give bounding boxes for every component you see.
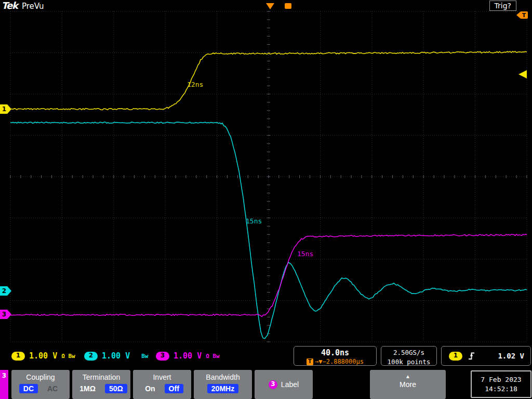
ch1-trigger-level-arrow[interactable] [518,70,527,78]
channel-3-menu-tab[interactable]: 3 [0,370,8,399]
invert-label: Invert [133,373,191,381]
termination-50ohm-option[interactable]: 50Ω [105,384,127,393]
coupling-dc-option[interactable]: DC [19,384,38,393]
tek-logo: Tek [2,0,18,11]
acquisition-mode: PreVu [22,2,44,11]
status-bar: 1 1.00 V Ω Bw 2 1.00 V Bw 3 1.00 V Ω Bw … [0,345,532,367]
date-time-box: 7 Feb 2023 14:52:18 [471,370,531,398]
ch1-readout[interactable]: 1 1.00 V Ω Bw [11,345,75,367]
label-button-text: Label [281,380,299,389]
ch2-badge: 2 [84,352,98,361]
bandwidth-20mhz-option[interactable]: 20MHz [207,384,238,393]
invert-on-option[interactable]: On [141,384,159,393]
trigger-level-value: 1.02 V [498,352,524,360]
soft-menu-bar: 3 Coupling DC AC Termination 1MΩ 50Ω Inv… [0,369,532,399]
termination-button[interactable]: Termination 1MΩ 50Ω [72,370,130,399]
trigger-readout[interactable]: 1 1.02 V [441,346,531,366]
date-value: 7 Feb 2023 [472,376,530,383]
ch1-scale: 1.00 V [29,351,57,361]
label-button[interactable]: 3 Label [255,370,313,399]
acquisition-readout: 2.50GS/s 100k points [381,346,437,366]
ch1-badge: 1 [11,352,25,361]
ch2-flags: Bw [141,353,148,360]
horizontal-readout[interactable]: 40.0ns T →▼−2.888000µs [294,346,377,366]
trigger-source-badge: 1 [449,352,462,361]
ch3-risetime-label: 15ns [297,250,313,258]
more-button-text: More [370,380,446,389]
rising-edge-slope-icon [468,351,475,361]
bandwidth-button[interactable]: Bandwidth 20MHz [194,370,252,399]
ch3-badge: 3 [156,352,169,361]
record-length: 100k points [381,357,436,367]
trigger-t-icon: T [307,358,313,365]
more-up-arrow-icon: ▲ [370,374,446,379]
ch2-scale: 1.00 V [102,351,130,361]
trigger-level-t-marker[interactable] [516,12,520,18]
time-value: 14:52:18 [472,385,530,393]
termination-label: Termination [72,373,130,381]
termination-1mohm-option[interactable]: 1MΩ [75,384,100,393]
coupling-button[interactable]: Coupling DC AC [11,370,70,399]
coupling-label: Coupling [11,373,70,381]
trace-ch2 [10,122,527,339]
invert-off-option[interactable]: Off [165,384,183,393]
ch1-risetime-label: 12ns [187,81,203,88]
waveform-display[interactable]: T [0,0,532,345]
invert-button[interactable]: Invert On Off [133,370,191,399]
sample-rate: 2.50GS/s [381,348,436,357]
ch3-scale: 1.00 V [174,351,202,361]
top-bar: Tek PreVu Trig? [0,0,532,11]
timebase: 40.0ns [294,348,376,357]
ch3-flags: Ω Bw [206,353,220,360]
trigger-position-readout: T →▼−2.888000µs [294,358,376,365]
more-button[interactable]: ▲ More [370,370,446,399]
oscilloscope-screen: T Tek PreVu Trig? 1 1.00 V Ω Bw 2 1.00 V… [0,0,532,399]
bandwidth-label: Bandwidth [194,373,252,381]
trigger-position-value: →▼−2.888000µs [315,358,364,365]
trigger-level-t-marker-label: T [522,12,526,19]
ch2-falltime-label: 15ns [246,217,262,225]
trigger-status: Trig? [489,1,516,11]
coupling-ac-option[interactable]: AC [43,384,62,393]
ch3-readout[interactable]: 3 1.00 V Ω Bw [156,345,220,367]
ch2-readout[interactable]: 2 1.00 V Bw [84,345,148,367]
ch1-flags: Ω Bw [61,353,75,360]
label-channel-badge: 3 [269,380,277,389]
